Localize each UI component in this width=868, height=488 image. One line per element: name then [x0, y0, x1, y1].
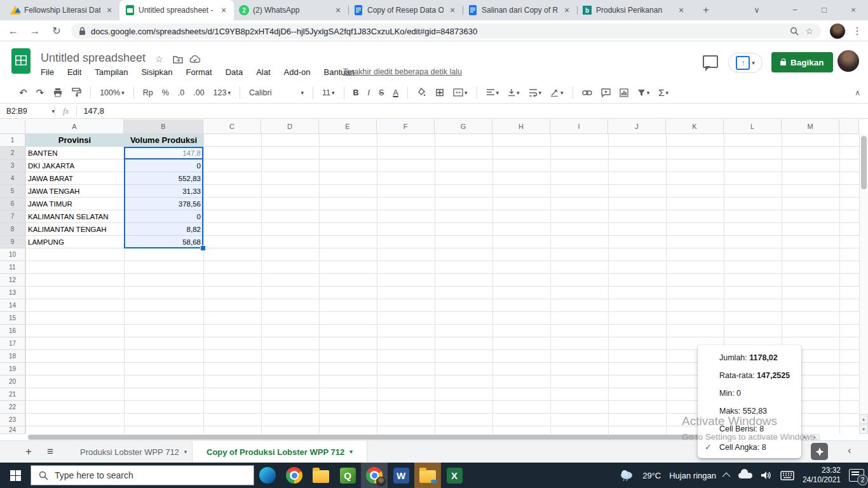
tab-produksi-perikanan[interactable]: b Produksi Perikanan ×	[577, 0, 691, 20]
taskbar-word-icon[interactable]: W	[388, 463, 414, 488]
fill-handle[interactable]	[200, 245, 206, 251]
bold-button[interactable]: B	[353, 88, 359, 97]
menu-data[interactable]: Data	[226, 67, 243, 77]
scroll-up-button[interactable]: ▲	[859, 414, 868, 424]
action-center-icon[interactable]: 2	[849, 469, 864, 482]
taskbar-folder-icon[interactable]	[414, 463, 441, 488]
column-header-J[interactable]: J	[608, 119, 666, 134]
cell-a3[interactable]: DKI JAKARTA	[25, 159, 124, 172]
column-header-I[interactable]: I	[550, 119, 608, 134]
scroll-down-button[interactable]: ▼	[859, 424, 868, 434]
print-button[interactable]	[53, 88, 63, 97]
tab-copy-resep[interactable]: Copy of Resep Data O ×	[348, 0, 463, 20]
back-button[interactable]: ←	[5, 23, 22, 39]
insert-chart-button[interactable]	[620, 88, 628, 97]
row-header-16[interactable]: 16	[0, 325, 25, 337]
taskbar-explorer-icon[interactable]	[308, 463, 334, 488]
menu-sisipkan[interactable]: Sisipkan	[141, 67, 172, 77]
stat-cell-angka[interactable]: ✓Cell Angka: 8	[698, 438, 801, 456]
redo-button[interactable]: ↷	[36, 87, 44, 98]
column-header-M[interactable]: M	[782, 119, 839, 134]
explore-button[interactable]	[811, 443, 828, 460]
cell-a9[interactable]: LAMPUNG	[25, 236, 124, 248]
add-sheet-button[interactable]: +	[25, 441, 32, 463]
close-icon[interactable]: ×	[104, 5, 114, 15]
text-color-button[interactable]: A	[393, 88, 398, 97]
start-button[interactable]	[0, 463, 31, 488]
menu-alat[interactable]: Alat	[256, 67, 270, 77]
share-button[interactable]: Bagikan	[771, 52, 833, 72]
strikethrough-button[interactable]: S	[379, 88, 384, 97]
insert-link-button[interactable]	[582, 90, 592, 95]
row-header-13[interactable]: 13	[0, 287, 25, 299]
column-header-G[interactable]: G	[435, 119, 492, 134]
row-header-4[interactable]: 4	[0, 172, 25, 185]
tab-whatsapp[interactable]: 2 (2) WhatsApp ×	[234, 0, 348, 20]
taskbar-excel-icon[interactable]: X	[441, 463, 468, 488]
taskbar-clock[interactable]: 23:32 24/10/2021	[803, 466, 841, 485]
star-document-icon[interactable]: ☆	[155, 54, 163, 64]
undo-button[interactable]: ↶	[19, 87, 27, 98]
bookmark-star-icon[interactable]: ☆	[805, 26, 813, 36]
caret-down-icon[interactable]: ▾	[184, 449, 187, 455]
row-header-21[interactable]: 21	[0, 388, 25, 401]
zoom-icon[interactable]	[790, 27, 799, 36]
vertical-align-button[interactable]: ▾	[508, 88, 520, 97]
tab-fellowship[interactable]: Fellowship Literasi Dat ×	[5, 0, 119, 20]
volume-icon[interactable]	[761, 470, 772, 480]
menu-tampilan[interactable]: Tampilan	[95, 67, 128, 77]
minimize-button[interactable]: −	[780, 0, 810, 20]
name-box[interactable]: B2:B9 ▾	[0, 107, 55, 116]
cell-a5[interactable]: JAWA TENGAH	[25, 185, 124, 198]
formula-input[interactable]: 147,8	[77, 106, 104, 116]
decrease-decimal-button[interactable]: .0	[178, 88, 184, 97]
row-header-8[interactable]: 8	[0, 223, 25, 236]
paint-format-button[interactable]	[72, 88, 81, 97]
taskbar-chrome-icon[interactable]	[281, 463, 308, 488]
row-header-9[interactable]: 9	[0, 236, 25, 248]
present-button[interactable]: ↑ ▾	[728, 53, 763, 73]
zoom-select[interactable]: 100%▾	[100, 88, 125, 97]
scroll-right-button[interactable]: ▸	[810, 434, 820, 440]
stat-cell-berisi[interactable]: Cell Berisi: 8	[698, 420, 801, 438]
column-header-B[interactable]: B	[124, 119, 203, 134]
insert-comment-button[interactable]	[601, 88, 611, 97]
column-header-C[interactable]: C	[203, 119, 261, 134]
row-header-6[interactable]: 6	[0, 198, 25, 210]
browser-avatar[interactable]	[830, 24, 845, 39]
sheet-tab-produksi-lobster[interactable]: Produksi Lobster WPP 712 ▾	[66, 441, 201, 463]
sheets-logo[interactable]	[11, 48, 31, 74]
menu-format[interactable]: Format	[186, 67, 212, 77]
cell-a7[interactable]: KALIMANTAN SELATAN	[25, 210, 124, 223]
cell-b1[interactable]: Volume Produksi	[124, 134, 203, 147]
weather-temp[interactable]: 29°C	[642, 471, 661, 480]
borders-button[interactable]: ⊞	[435, 86, 444, 99]
menu-file[interactable]: File	[41, 67, 54, 77]
onedrive-icon[interactable]	[738, 473, 752, 478]
row-header-3[interactable]: 3	[0, 159, 25, 172]
collapse-toolbar-icon[interactable]: ∧	[855, 88, 860, 97]
row-header-5[interactable]: 5	[0, 185, 25, 198]
fill-color-button[interactable]	[417, 88, 426, 97]
percent-format-button[interactable]: %	[162, 88, 169, 97]
row-header-23[interactable]: 23	[0, 414, 25, 426]
weather-desc[interactable]: Hujan ringan	[669, 471, 716, 480]
sheet-tab-copy-produksi-lobster[interactable]: Copy of Produksi Lobster WPP 712 ▾	[192, 441, 367, 463]
row-header-1[interactable]: 1	[0, 134, 25, 147]
column-header-partial[interactable]	[839, 119, 859, 134]
text-rotation-button[interactable]: ▾	[550, 89, 564, 97]
cell-a6[interactable]: JAWA TIMUR	[25, 198, 124, 210]
cell-a2[interactable]: BANTEN	[25, 147, 124, 159]
cell-a4[interactable]: JAWA BARAT	[25, 172, 124, 185]
font-size-select[interactable]: 11▾	[322, 88, 335, 97]
italic-button[interactable]: I	[368, 88, 370, 97]
close-window-button[interactable]: ×	[839, 0, 868, 20]
stat-min[interactable]: Min: 0	[698, 384, 801, 402]
cell-a1[interactable]: Provinsi	[25, 134, 124, 147]
stat-rata-rata[interactable]: Rata-rata: 147,2525	[698, 367, 801, 384]
font-select[interactable]: Calibri▾	[249, 88, 304, 97]
close-icon[interactable]: ×	[219, 5, 229, 15]
close-icon[interactable]: ×	[676, 5, 686, 15]
text-wrap-button[interactable]: ▾	[529, 89, 542, 97]
menu-add-on[interactable]: Add-on	[284, 67, 311, 77]
